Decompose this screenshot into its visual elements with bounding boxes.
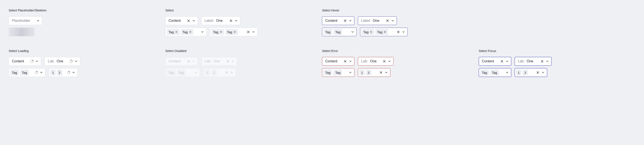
tag-text: Tag — [182, 30, 188, 34]
tag-text: Tag — [363, 30, 368, 34]
tag-item: Tag — [10, 69, 19, 76]
clear-icon — [225, 71, 228, 74]
tag-item: Tag — [324, 69, 332, 76]
select-content-loading[interactable]: Content — [9, 57, 41, 66]
chevron-down-icon — [506, 60, 509, 63]
select-tags-clearable-hover[interactable]: Tag Tag — [360, 28, 408, 36]
tag-text: Tag — [492, 71, 497, 74]
clear-icon[interactable] — [500, 60, 504, 63]
chevron-down-icon — [384, 71, 388, 74]
tag-text: 2 — [213, 71, 215, 74]
loading-spinner-icon — [66, 71, 70, 74]
clear-icon[interactable] — [187, 19, 190, 22]
select-labeled-hover[interactable]: Label: One — [358, 16, 397, 25]
chevron-down-icon — [35, 60, 39, 63]
select-content-hover[interactable]: Content — [322, 16, 354, 25]
select-tags-loading[interactable]: Tag Tag — [9, 68, 46, 77]
tag-item: Tag — [212, 29, 224, 35]
section-title-error: Select Error — [322, 49, 470, 53]
loading-spinner-icon — [30, 60, 34, 63]
tag-item: 2 — [57, 69, 62, 76]
select-tags-focus[interactable]: Tag Tag — [479, 68, 511, 77]
select-tags-hover[interactable]: Tag Tag — [322, 28, 356, 36]
tag-item: Tag — [324, 29, 332, 35]
tag-item: 1 — [516, 69, 522, 76]
tag-close-icon[interactable] — [234, 31, 236, 33]
clear-icon — [226, 60, 230, 63]
select-value: Content — [325, 19, 337, 23]
chevron-down-icon — [348, 19, 352, 22]
select-content-focus[interactable]: Content — [479, 57, 511, 66]
tag-text: Tag — [227, 30, 232, 34]
chevron-down-icon — [252, 30, 255, 34]
tag-text: 1 — [207, 71, 208, 74]
tag-item: Tag — [181, 29, 193, 35]
tag-item: Tag — [20, 69, 29, 76]
tag-item: 1 — [205, 69, 210, 76]
clear-icon[interactable] — [344, 19, 347, 22]
select-value: Content — [12, 59, 24, 63]
section-title-placeholder: Select Placeholder/Skeleton — [9, 9, 157, 12]
chevron-down-icon — [506, 71, 509, 74]
select-labeled-focus[interactable]: Lab: One — [515, 57, 552, 66]
select-label: Lab: — [518, 59, 525, 63]
tag-text: Tag — [325, 71, 330, 74]
tag-text: 2 — [524, 71, 526, 74]
tag-close-icon[interactable] — [220, 31, 222, 33]
select-content[interactable]: Content — [166, 16, 198, 25]
chevron-down-icon — [192, 19, 196, 22]
chevron-down-icon — [72, 71, 75, 74]
select-tags-error[interactable]: Tag Tag — [322, 68, 354, 77]
clear-icon[interactable] — [379, 71, 383, 74]
chevron-down-icon — [391, 19, 394, 22]
clear-icon[interactable] — [386, 19, 389, 22]
select-content-error[interactable]: Content — [322, 57, 354, 66]
chevron-down-icon — [194, 71, 198, 74]
clear-icon[interactable] — [382, 60, 386, 63]
select-labeled-error[interactable]: Lab: One — [358, 57, 394, 66]
tag-text: 2 — [368, 71, 369, 74]
select-nums-error[interactable]: 1 2 — [358, 68, 390, 77]
tag-item: Tag — [490, 69, 499, 76]
select-placeholder[interactable]: Placeholder — [9, 16, 42, 25]
select-tags-clearable[interactable]: Tag Tag — [210, 28, 258, 36]
select-labeled[interactable]: Label: One — [201, 16, 240, 25]
tag-text: Tag — [178, 71, 184, 74]
tag-close-icon[interactable] — [189, 31, 192, 33]
chevron-down-icon — [231, 60, 235, 63]
select-label: Lab: — [48, 59, 54, 63]
select-tags-disabled: Tag Tag — [166, 68, 200, 77]
tag-text: Tag — [169, 71, 174, 74]
tag-text: Tag — [213, 30, 218, 34]
clear-icon[interactable] — [229, 19, 233, 22]
clear-icon[interactable] — [540, 60, 544, 63]
select-label: Lab: — [361, 59, 368, 63]
select-value: One — [57, 59, 63, 63]
select-tags-removable[interactable]: Tag Tag — [166, 28, 206, 36]
clear-icon[interactable] — [396, 30, 400, 34]
tag-text: Tag — [377, 30, 382, 34]
select-nums-focus[interactable]: 1 2 — [515, 68, 547, 77]
tag-item: Tag — [362, 29, 374, 35]
clear-icon[interactable] — [536, 71, 540, 74]
tag-item: Tag — [480, 69, 489, 76]
select-skeleton — [9, 28, 34, 36]
tag-close-icon[interactable] — [370, 31, 372, 33]
tag-text: Tag — [12, 71, 17, 74]
select-labeled-loading[interactable]: Lab: One — [44, 57, 80, 66]
tag-text: Tag — [335, 30, 340, 34]
select-value: Content — [325, 59, 337, 63]
select-placeholder-text: Placeholder — [12, 19, 30, 23]
loading-spinner-icon — [34, 71, 38, 74]
tag-item: 2 — [523, 69, 528, 76]
tag-close-icon[interactable] — [175, 31, 178, 33]
select-nums-loading[interactable]: 1 2 — [49, 68, 78, 77]
chevron-down-icon — [36, 19, 40, 22]
section-title-loading: Select Loading — [9, 49, 157, 53]
chevron-down-icon — [230, 71, 234, 74]
clear-icon[interactable] — [246, 30, 250, 34]
tag-item: Tag — [177, 69, 186, 76]
chevron-down-icon — [402, 30, 405, 34]
tag-close-icon[interactable] — [384, 31, 386, 33]
clear-icon[interactable] — [344, 60, 347, 63]
